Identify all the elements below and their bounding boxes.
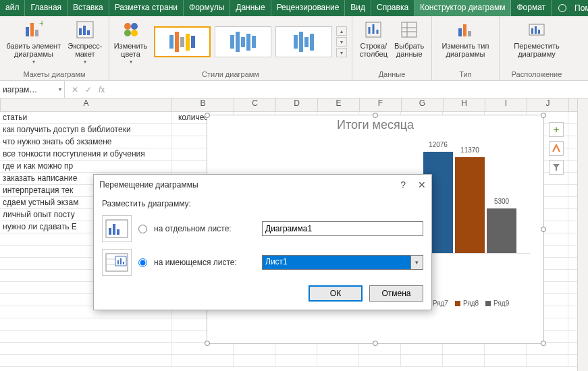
dialog-title: Перемещение диаграммы bbox=[99, 180, 198, 190]
cancel-icon[interactable]: ✕ bbox=[72, 85, 78, 94]
new-sheet-label[interactable]: на отдельном листе: bbox=[154, 224, 255, 233]
svg-point-10 bbox=[124, 30, 131, 36]
tab-view[interactable]: Вид bbox=[345, 0, 371, 16]
group-label-data: Данные bbox=[358, 69, 426, 80]
col-header[interactable]: H bbox=[444, 98, 485, 111]
svg-rect-34 bbox=[123, 262, 124, 264]
col-header[interactable]: F bbox=[360, 98, 402, 111]
col-header[interactable]: J bbox=[527, 98, 569, 111]
add-chart-element-button[interactable]: + бавить элемент диаграммы▾ bbox=[7, 19, 61, 65]
gallery-up-icon[interactable]: ▴ bbox=[336, 26, 347, 36]
group-label-layouts: Макеты диаграмм bbox=[5, 69, 103, 80]
svg-rect-13 bbox=[402, 22, 417, 37]
svg-rect-23 bbox=[538, 30, 540, 34]
new-sheet-name-input[interactable] bbox=[262, 221, 423, 236]
svg-rect-22 bbox=[535, 26, 537, 34]
move-chart-dialog: Перемещение диаграммы ? ✕ Разместить диа… bbox=[93, 174, 432, 310]
col-header[interactable]: B bbox=[172, 98, 234, 111]
grid-row[interactable] bbox=[0, 343, 588, 355]
svg-rect-33 bbox=[120, 258, 122, 264]
svg-point-11 bbox=[131, 30, 138, 36]
col-header[interactable]: G bbox=[402, 98, 444, 111]
tab-layout[interactable]: Разметка страни bbox=[109, 0, 184, 16]
tab-home[interactable]: Главная bbox=[25, 0, 68, 16]
change-chart-type-button[interactable]: Изменить тип диаграммы bbox=[442, 19, 489, 58]
combo-dropdown-icon[interactable]: ▾ bbox=[410, 256, 423, 269]
switch-row-col-button[interactable]: Строка/ столбец bbox=[360, 19, 387, 58]
grid-row[interactable] bbox=[0, 355, 588, 367]
title-tabs: айл Главная Вставка Разметка страни Форм… bbox=[0, 0, 588, 16]
enter-icon[interactable]: ✓ bbox=[85, 85, 92, 94]
legend-item: Ряд9 bbox=[485, 299, 509, 307]
quick-layout-button[interactable]: Экспресс- макет▾ bbox=[68, 19, 102, 65]
tab-format[interactable]: Формат bbox=[511, 0, 552, 16]
svg-rect-18 bbox=[463, 24, 466, 36]
tab-file[interactable]: айл bbox=[0, 0, 25, 16]
existing-sheet-label[interactable]: на имеющемся листе: bbox=[154, 258, 255, 267]
svg-rect-26 bbox=[113, 224, 115, 235]
col-header[interactable]: D bbox=[276, 98, 318, 111]
svg-rect-2 bbox=[35, 30, 38, 36]
tell-me-label[interactable]: Помощ bbox=[574, 3, 588, 13]
svg-rect-6 bbox=[83, 26, 86, 35]
ribbon: + бавить элемент диаграммы▾ Экспресс- ма… bbox=[0, 16, 588, 81]
move-chart-button[interactable]: Переместить диаграмму bbox=[514, 19, 559, 58]
svg-point-9 bbox=[131, 23, 138, 30]
svg-rect-5 bbox=[79, 28, 82, 35]
tab-chart-design[interactable]: Конструктор диаграмм bbox=[415, 0, 511, 16]
svg-rect-21 bbox=[531, 28, 533, 34]
tab-help[interactable]: Справка bbox=[371, 0, 415, 16]
chart-filter-button[interactable] bbox=[549, 160, 564, 175]
col-header[interactable]: E bbox=[318, 98, 360, 111]
col-header[interactable]: I bbox=[485, 98, 527, 111]
col-header[interactable]: C bbox=[234, 98, 276, 111]
tab-formulas[interactable]: Формулы bbox=[184, 0, 230, 16]
svg-rect-7 bbox=[87, 30, 90, 35]
group-label-styles: Стили диаграмм bbox=[115, 69, 346, 80]
tab-review[interactable]: Рецензирование bbox=[271, 0, 346, 16]
gallery-down-icon[interactable]: ▾ bbox=[336, 37, 347, 47]
name-box[interactable]: иаграм…▾ bbox=[0, 81, 65, 98]
svg-rect-1 bbox=[30, 23, 34, 36]
formula-bar: иаграм…▾ ✕ ✓ fx bbox=[0, 81, 588, 98]
legend-item: Ряд8 bbox=[455, 299, 479, 307]
new-sheet-radio[interactable] bbox=[138, 225, 147, 233]
chart-styles-gallery[interactable]: ▴ ▾ ▾ bbox=[154, 26, 347, 57]
group-label-type: Тип bbox=[437, 69, 493, 80]
existing-sheet-combo[interactable]: Лист1 bbox=[262, 255, 423, 270]
change-colors-button[interactable]: Изменить цвета▾ bbox=[114, 19, 148, 65]
col-header[interactable]: A bbox=[1, 98, 172, 111]
fx-icon[interactable]: fx bbox=[99, 85, 105, 94]
svg-rect-27 bbox=[117, 229, 119, 235]
group-label-location: Расположение bbox=[505, 69, 568, 80]
chart-elements-button[interactable]: + bbox=[549, 122, 564, 137]
svg-point-8 bbox=[124, 23, 131, 30]
tab-data[interactable]: Данные bbox=[230, 0, 271, 16]
gallery-more-icon[interactable]: ▾ bbox=[336, 48, 347, 57]
ok-button[interactable]: ОК bbox=[309, 285, 363, 302]
new-sheet-icon bbox=[102, 215, 132, 242]
svg-rect-0 bbox=[26, 27, 29, 36]
svg-rect-25 bbox=[109, 228, 111, 235]
existing-sheet-radio[interactable] bbox=[138, 258, 147, 267]
svg-text:+: + bbox=[39, 20, 43, 28]
dialog-help-icon[interactable]: ? bbox=[400, 179, 406, 190]
svg-rect-32 bbox=[117, 260, 119, 264]
tab-insert[interactable]: Вставка bbox=[68, 0, 109, 16]
dialog-close-icon[interactable]: ✕ bbox=[418, 179, 426, 190]
tell-me-icon[interactable] bbox=[558, 4, 566, 12]
vertical-scrollbar[interactable] bbox=[577, 98, 588, 371]
svg-rect-19 bbox=[468, 31, 471, 36]
select-data-button[interactable]: Выбрать данные bbox=[394, 19, 424, 58]
existing-sheet-icon bbox=[102, 249, 132, 276]
cancel-button[interactable]: Отмена bbox=[369, 285, 423, 302]
svg-rect-17 bbox=[458, 28, 462, 36]
dialog-subtitle: Разместить диаграмму: bbox=[102, 199, 423, 208]
chart-styles-button[interactable] bbox=[549, 141, 564, 156]
